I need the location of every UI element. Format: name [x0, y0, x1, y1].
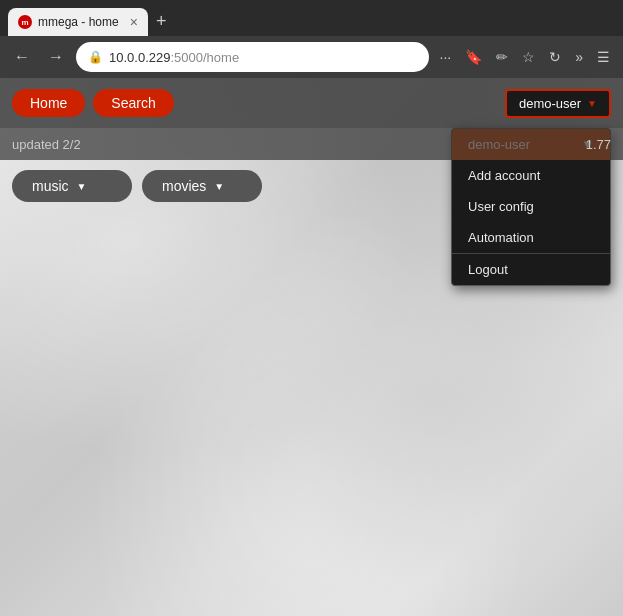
back-button[interactable]: ←: [8, 44, 36, 70]
search-button[interactable]: Search: [93, 89, 173, 117]
user-dropdown-arrow: ▼: [587, 98, 597, 109]
movies-arrow-icon: ▼: [214, 181, 224, 192]
music-category-button[interactable]: music ▼: [12, 170, 132, 202]
dropdown-item-automation[interactable]: Automation: [452, 222, 610, 253]
updated-text: updated 2/2: [12, 137, 81, 152]
home-button[interactable]: Home: [12, 89, 85, 117]
browser-tab[interactable]: m mmega - home ×: [8, 8, 148, 36]
tab-title: mmega - home: [38, 15, 119, 29]
version-text: 1.77: [586, 137, 611, 152]
tab-bar: m mmega - home × +: [0, 0, 623, 36]
app-container: Home Search demo-user ▼ demo-user ▼ Add …: [0, 78, 623, 616]
categories-row: music ▼ movies ▼: [0, 160, 623, 212]
address-text: 10.0.0.229:5000/home: [109, 50, 417, 65]
dropdown-item-label: Automation: [468, 230, 534, 245]
music-arrow-icon: ▼: [77, 181, 87, 192]
menu-button[interactable]: ☰: [592, 45, 615, 69]
address-bar[interactable]: 🔒 10.0.0.229:5000/home: [76, 42, 429, 72]
more-button[interactable]: ···: [435, 45, 457, 69]
tab-close-button[interactable]: ×: [130, 14, 138, 30]
lock-icon: 🔒: [88, 50, 103, 64]
edit-button[interactable]: ✏: [491, 45, 513, 69]
browser-nav-bar: ← → 🔒 10.0.0.229:5000/home ··· 🔖 ✏ ☆ ↻ »…: [0, 36, 623, 78]
nav-icons: ··· 🔖 ✏ ☆ ↻ » ☰: [435, 45, 615, 69]
status-bar: updated 2/2 1.77: [0, 128, 623, 160]
app-nav-left: Home Search: [12, 89, 174, 117]
bookmark-button[interactable]: 🔖: [460, 45, 487, 69]
dropdown-item-label: Logout: [468, 262, 508, 277]
more-nav-button[interactable]: »: [570, 45, 588, 69]
star-button[interactable]: ☆: [517, 45, 540, 69]
movies-label: movies: [162, 178, 206, 194]
refresh-button[interactable]: ↻: [544, 45, 566, 69]
dropdown-item-logout[interactable]: Logout: [452, 254, 610, 285]
music-label: music: [32, 178, 69, 194]
new-tab-button[interactable]: +: [148, 7, 175, 36]
app-nav: Home Search demo-user ▼ demo-user ▼ Add …: [0, 78, 623, 128]
browser-chrome: m mmega - home × + ← → 🔒 10.0.0.229:5000…: [0, 0, 623, 78]
movies-category-button[interactable]: movies ▼: [142, 170, 262, 202]
user-dropdown-label: demo-user: [519, 96, 581, 111]
forward-button[interactable]: →: [42, 44, 70, 70]
tab-favicon: m: [18, 15, 32, 29]
user-dropdown-button[interactable]: demo-user ▼: [505, 89, 611, 118]
